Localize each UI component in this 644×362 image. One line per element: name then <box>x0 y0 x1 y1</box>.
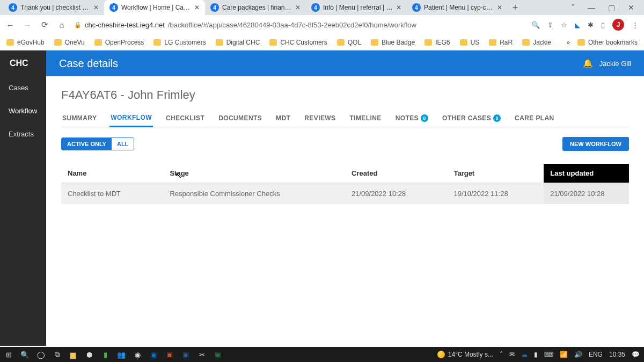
tab-mdt[interactable]: MDT <box>275 110 291 127</box>
bookmark-item[interactable]: Jackie <box>522 39 551 46</box>
bookmark-label: US <box>471 39 480 46</box>
filter-toggle: ACTIVE ONLY ALL <box>61 137 134 150</box>
sidepanel-icon[interactable]: ▯ <box>601 21 605 29</box>
bookmark-item[interactable]: CHC Customers <box>269 39 327 46</box>
sidebar-item-workflow[interactable]: Workflow <box>0 99 46 122</box>
bookmark-item[interactable]: US <box>460 39 480 46</box>
forward-icon[interactable]: → <box>23 20 32 30</box>
chevron-up-icon[interactable]: ˄ <box>500 351 503 358</box>
close-window-icon[interactable]: ✕ <box>628 3 634 12</box>
bookmark-item[interactable]: IEG6 <box>425 39 450 46</box>
keyboard-icon[interactable]: ⌨ <box>544 351 553 358</box>
browser-tab-4[interactable]: 4 Patient | Menu | cyp-chec ✕ <box>407 0 508 15</box>
menu-icon[interactable]: ⋮ <box>632 21 639 29</box>
col-created[interactable]: Created <box>345 164 447 183</box>
bookmarks-overflow-icon[interactable]: » <box>566 39 570 46</box>
close-icon[interactable]: ✕ <box>295 4 301 11</box>
user-name[interactable]: Jackie Gill <box>599 60 631 68</box>
back-icon[interactable]: ← <box>5 20 15 30</box>
battery-icon[interactable]: ▮ <box>534 351 538 358</box>
start-icon[interactable]: ⊞ <box>4 350 13 359</box>
browser-toolbar: ← → ⟳ ⌂ 🔒 chc-cheshire-test.ieg4.net/bac… <box>0 15 644 34</box>
table-row[interactable]: Checklist to MDT Responsible Commissione… <box>61 183 629 205</box>
home-icon[interactable]: ⌂ <box>57 20 67 30</box>
tab-documents[interactable]: DOCUMENTS <box>217 110 263 127</box>
excel-icon[interactable]: ▣ <box>214 350 222 359</box>
browser-tab-2[interactable]: 4 Care packages | finance | ✕ <box>205 0 306 15</box>
bookmark-item[interactable]: OpenProcess <box>94 39 144 46</box>
volume-icon[interactable]: 🔊 <box>574 351 582 358</box>
clock[interactable]: 10:35 <box>609 351 625 358</box>
outlook-icon[interactable]: ▣ <box>149 350 158 359</box>
other-bookmarks[interactable]: Other bookmarks <box>577 39 638 46</box>
app-icon[interactable]: ▮ <box>101 350 109 359</box>
new-tab-button[interactable]: + <box>508 2 523 13</box>
close-icon[interactable]: ✕ <box>194 4 200 11</box>
tab-other-cases[interactable]: OTHER CASES0 <box>441 110 502 127</box>
tab-workflow[interactable]: WORKFLOW <box>109 110 153 127</box>
tab-summary[interactable]: SUMMARY <box>61 110 98 127</box>
col-name[interactable]: Name <box>61 164 163 183</box>
filter-all[interactable]: ALL <box>112 138 134 150</box>
profile-avatar[interactable]: J <box>612 19 624 31</box>
sidebar-item-extracts[interactable]: Extracts <box>0 122 46 146</box>
powerpoint-icon[interactable]: ▣ <box>165 350 174 359</box>
filter-active-only[interactable]: ACTIVE ONLY <box>62 138 112 150</box>
browser-tab-0[interactable]: 4 Thank you | checklist | CH ✕ <box>3 0 104 15</box>
explorer-icon[interactable]: ▆ <box>69 350 77 359</box>
sidebar-item-cases[interactable]: Cases <box>0 76 46 99</box>
tab-notes[interactable]: NOTES0 <box>394 110 429 127</box>
tab-reviews[interactable]: REVIEWS <box>303 110 336 127</box>
bookmark-item[interactable]: eGovHub <box>6 39 45 46</box>
reload-icon[interactable]: ⟳ <box>40 20 49 30</box>
bookmark-item[interactable]: LG Customers <box>153 39 206 46</box>
wifi-icon[interactable]: 📶 <box>560 351 568 358</box>
close-icon[interactable]: ✕ <box>93 4 99 11</box>
snip-icon[interactable]: ✂ <box>197 350 206 359</box>
bell-icon[interactable]: 🔔 <box>583 59 593 68</box>
minimize-icon[interactable]: — <box>588 3 595 12</box>
new-workflow-button[interactable]: NEW WORKFLOW <box>562 137 629 151</box>
col-target[interactable]: Target <box>447 164 544 183</box>
tab-checklist[interactable]: CHECKLIST <box>165 110 206 127</box>
bookmark-label: OneVu <box>65 39 85 46</box>
close-icon[interactable]: ✕ <box>497 4 502 11</box>
close-icon[interactable]: ✕ <box>396 4 401 11</box>
search-icon[interactable]: 🔍 <box>20 350 29 359</box>
weather-widget[interactable]: 14°C Mostly s... <box>437 351 493 358</box>
chrome-icon[interactable]: ◉ <box>133 350 142 359</box>
zoom-icon[interactable]: 🔍 <box>531 21 540 29</box>
notifications-icon[interactable]: 💬 <box>632 351 640 358</box>
tab-timeline[interactable]: TIMELINE <box>348 110 382 127</box>
workflow-table: Name Stage Created Target Last updated C… <box>61 164 629 204</box>
address-bar[interactable]: 🔒 chc-cheshire-test.ieg4.net/backoffice/… <box>74 21 524 29</box>
bookmark-item[interactable]: QOL <box>337 39 361 46</box>
folder-icon <box>6 39 14 46</box>
cell-updated: 21/09/2022 10:28 <box>544 183 629 205</box>
browser-tab-3[interactable]: 4 Info | Menu | referral | S1 ✕ <box>306 0 407 15</box>
app-icon[interactable]: ⬢ <box>85 350 93 359</box>
extensions-icon[interactable]: ✱ <box>588 21 594 29</box>
bookmark-item[interactable]: Digital CHC <box>216 39 260 46</box>
browser-tab-1[interactable]: 4 Workflow | Home | Case d ✕ <box>104 0 205 15</box>
bookmark-item[interactable]: OneVu <box>54 39 85 46</box>
col-stage[interactable]: Stage <box>163 164 345 183</box>
lang-indicator[interactable]: ENG <box>589 351 603 358</box>
maximize-icon[interactable]: ▢ <box>608 3 615 12</box>
cortana-icon[interactable]: ◯ <box>36 350 45 359</box>
bookmark-item[interactable]: RaR <box>489 39 513 46</box>
teams-icon[interactable]: 👥 <box>117 350 126 359</box>
tab-care-plan[interactable]: CARE PLAN <box>514 110 555 127</box>
star-icon[interactable]: ☆ <box>561 21 567 29</box>
word-icon[interactable]: ▣ <box>181 350 190 359</box>
col-last-updated[interactable]: Last updated <box>544 164 629 183</box>
chevron-down-icon[interactable]: ˅ <box>571 3 575 12</box>
share-icon[interactable]: ⇪ <box>547 21 553 29</box>
mail-tray-icon[interactable]: ✉ <box>509 351 515 358</box>
taskview-icon[interactable]: ⧉ <box>53 350 61 359</box>
bookmark-item[interactable]: Blue Badge <box>371 39 415 46</box>
ext1-icon[interactable]: ◣ <box>575 21 580 29</box>
folder-icon <box>577 39 585 46</box>
tab-label: NOTES <box>396 114 419 122</box>
onedrive-icon[interactable]: ☁ <box>521 351 528 358</box>
